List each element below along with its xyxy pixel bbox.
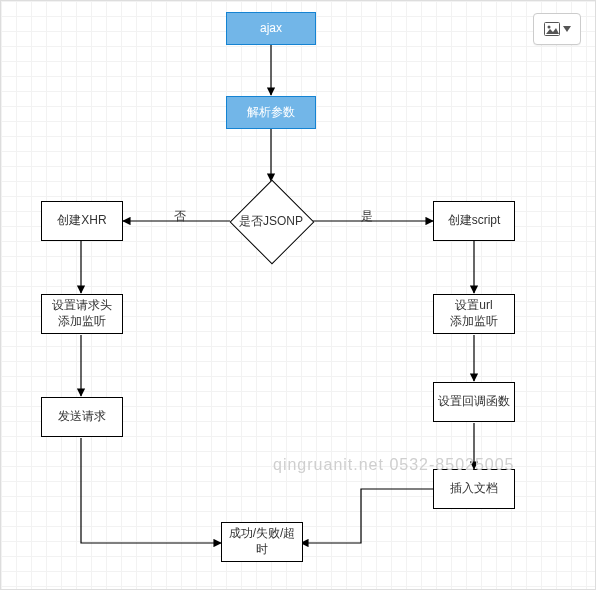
node-decision-label: 是否JSONP [239, 213, 303, 230]
node-ajax-label: ajax [260, 21, 282, 37]
node-set-url-label: 设置url 添加监听 [450, 298, 498, 329]
node-xhr-label: 创建XHR [57, 213, 106, 229]
node-xhr[interactable]: 创建XHR [41, 201, 123, 241]
node-insert-doc-label: 插入文档 [450, 481, 498, 497]
flowchart-canvas: 否 是 ajax 解析参数 是否JSONP 创建XHR 创建script 设置请… [0, 0, 596, 590]
node-ajax[interactable]: ajax [226, 12, 316, 45]
image-icon [544, 22, 560, 36]
node-parse[interactable]: 解析参数 [226, 96, 316, 129]
edge-label-no: 否 [174, 208, 186, 225]
node-parse-label: 解析参数 [247, 105, 295, 121]
node-decision[interactable]: 是否JSONP [231, 181, 311, 261]
caret-down-icon [563, 26, 571, 32]
insert-image-button[interactable] [533, 13, 581, 45]
node-script-label: 创建script [448, 213, 501, 229]
node-result[interactable]: 成功/失败/超时 [221, 522, 303, 562]
svg-point-1 [547, 26, 550, 29]
edge-label-yes: 是 [361, 208, 373, 225]
node-result-label: 成功/失败/超时 [224, 526, 300, 557]
node-set-url[interactable]: 设置url 添加监听 [433, 294, 515, 334]
node-script[interactable]: 创建script [433, 201, 515, 241]
node-send-label: 发送请求 [58, 409, 106, 425]
node-set-header-label: 设置请求头 添加监听 [52, 298, 112, 329]
node-insert-doc[interactable]: 插入文档 [433, 469, 515, 509]
node-callback-label: 设置回调函数 [438, 394, 510, 410]
node-send[interactable]: 发送请求 [41, 397, 123, 437]
node-set-header[interactable]: 设置请求头 添加监听 [41, 294, 123, 334]
node-callback[interactable]: 设置回调函数 [433, 382, 515, 422]
